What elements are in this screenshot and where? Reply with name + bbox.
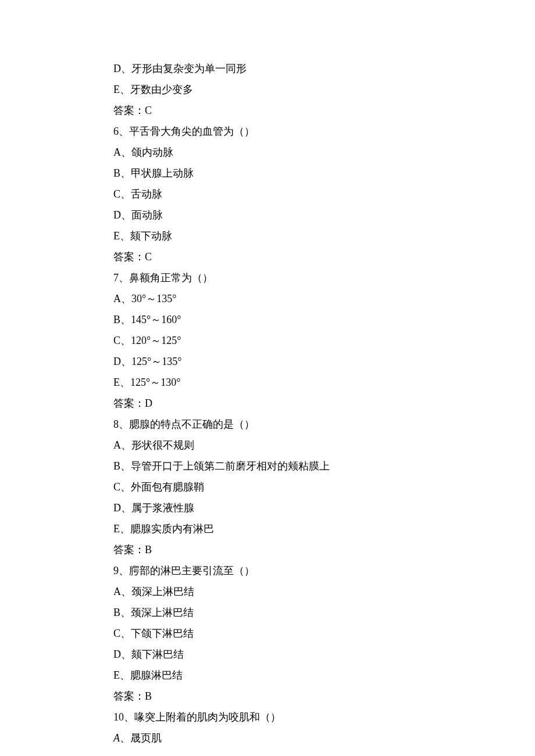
text-line: B、导管开口于上颌第二前磨牙相对的颊粘膜上 xyxy=(113,456,422,476)
text-line: E、125°～130° xyxy=(113,372,422,393)
question-line: 7、鼻额角正常为（） xyxy=(113,267,422,288)
text-line: A、30°～135° xyxy=(113,288,422,309)
text-line: D、125°～135° xyxy=(113,351,422,372)
text-line: A、晟页肌 xyxy=(113,728,422,748)
text-line: B、颈深上淋巴结 xyxy=(113,602,422,623)
text-line: D、颏下淋巴结 xyxy=(113,644,422,665)
text-line: A、颈深上淋巴结 xyxy=(113,581,422,602)
text-line: C、120°～125° xyxy=(113,330,422,351)
italic-letter: A xyxy=(113,732,120,744)
question-line: 6、平舌骨大角尖的血管为（） xyxy=(113,121,422,142)
answer-line: 答案：C xyxy=(113,246,422,267)
text-line: D、牙形由复杂变为单一同形 xyxy=(113,58,422,79)
document-page: D、牙形由复杂变为单一同形 E、牙数由少变多 答案：C 6、平舌骨大角尖的血管为… xyxy=(0,0,535,756)
text-line: E、腮腺实质内有淋巴 xyxy=(113,518,422,539)
text-line: C、舌动脉 xyxy=(113,184,422,205)
answer-line: 答案：D xyxy=(113,393,422,414)
text-line: B、甲状腺上动脉 xyxy=(113,163,422,184)
text-line: A、颌内动脉 xyxy=(113,142,422,163)
text-line: C、下颌下淋巴结 xyxy=(113,623,422,644)
text-line: E、牙数由少变多 xyxy=(113,79,422,100)
text-line: D、属于浆液性腺 xyxy=(113,497,422,518)
text-line: B、145°～160° xyxy=(113,309,422,330)
text-line: A、形状很不规则 xyxy=(113,435,422,456)
text-line: E、腮腺淋巴结 xyxy=(113,665,422,686)
answer-line: 答案：B xyxy=(113,686,422,707)
text-line: D、面动脉 xyxy=(113,205,422,225)
answer-line: 答案：B xyxy=(113,539,422,560)
text-span: 、晟页肌 xyxy=(120,732,162,744)
question-line: 8、腮腺的特点不正确的是（） xyxy=(113,414,422,435)
answer-line: 答案：C xyxy=(113,100,422,121)
text-line: E、颏下动脉 xyxy=(113,225,422,246)
question-line: 9、腭部的淋巴主要引流至（） xyxy=(113,560,422,581)
question-line: 10、喙突上附着的肌肉为咬肌和（） xyxy=(113,707,422,728)
text-line: C、外面包有腮腺鞘 xyxy=(113,476,422,497)
